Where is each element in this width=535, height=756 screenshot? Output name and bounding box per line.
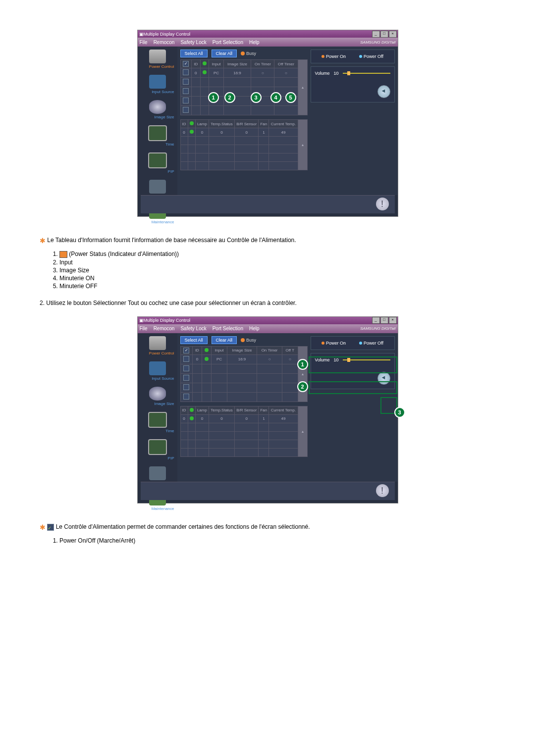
select-all-button[interactable]: Select All [180,50,208,57]
close-button[interactable]: × [389,31,397,38]
sidebar-item-input[interactable]: Input Source [138,358,177,384]
time-icon [148,412,167,428]
table-row[interactable]: 0 0 0 0 1 49 [180,414,307,423]
col-id: ID [180,406,188,414]
maximize-button[interactable]: □ [380,317,388,324]
sidebar-item-pip[interactable]: PIP [138,150,177,177]
scrollbar[interactable]: ▴ [298,120,307,170]
table-row[interactable]: 0 0 0 0 1 49 [180,128,307,137]
header-checkbox[interactable] [183,348,189,353]
row-checkbox[interactable] [183,394,189,400]
power-indicator-icon [59,251,67,258]
star-bullet-icon: ✱ [40,523,46,531]
menu-file[interactable]: File [140,326,148,331]
volume-slider[interactable] [343,73,390,74]
sidebar-item-time[interactable]: Time [138,122,177,150]
col-input: Input [212,346,227,354]
col-fan: Fan [259,120,269,128]
menu-port[interactable]: Port Selection [213,40,243,45]
callout-3: 3 [394,407,405,418]
row-checkbox[interactable] [183,375,189,381]
control-panel: Power On Power Off Volume 10 [311,50,395,192]
clear-all-button[interactable]: Clear All [212,50,237,57]
alert-icon: ! [376,484,389,497]
power-led-icon [190,121,194,125]
menu-help[interactable]: Help [249,326,260,331]
doc-line: Le Contrôle d'Alimentation permet de com… [56,523,310,530]
mdc-window-1: ▣ Multiple Display Control _ □ × File Re… [137,30,398,217]
callout-2: 2 [297,381,308,392]
sidebar-item-power[interactable]: Power Control [138,47,177,72]
callout-4: 4 [270,92,281,103]
col-imagesize: Image Size [227,346,257,354]
col-br: B/R Sensor [235,120,259,128]
busy-indicator: Busy [241,338,256,343]
brand-label: SAMSUNG DIGITall [360,40,395,45]
maximize-button[interactable]: □ [380,31,388,38]
close-button[interactable]: × [389,317,397,324]
power-off-button[interactable]: Power Off [359,341,383,346]
callout-box-1 [309,356,397,373]
row-checkbox[interactable] [183,79,189,85]
power-icon [149,50,166,63]
col-id: ID [180,120,188,128]
doc-li-3: Image Size [59,267,505,274]
power-led-icon [190,130,194,134]
info-table-2: ID Lamp Temp.Status B/R Sensor Fan Curre… [180,119,308,170]
menu-safety[interactable]: Safety Lock [180,326,206,331]
menu-remocon[interactable]: Remocon [154,326,175,331]
col-offtimer: Off Timer [274,60,298,68]
mute-icon[interactable] [377,85,390,98]
pip-icon [148,439,167,455]
power-off-button[interactable]: Power Off [359,54,383,59]
row-checkbox[interactable] [183,98,189,103]
col-ontimer: On Timer [251,60,274,68]
row-checkbox[interactable] [183,384,189,390]
scrollbar[interactable]: ▴ [298,60,307,115]
info-table-2: ID Lamp Temp.Status B/R Sensor Fan Curre… [180,406,308,457]
callout-box-2 [309,381,397,394]
time-icon [148,125,167,141]
sidebar-item-input[interactable]: Input Source [138,72,177,97]
menu-safety[interactable]: Safety Lock [180,40,206,45]
power-on-button[interactable]: Power On [321,341,346,346]
row-checkbox[interactable] [183,365,189,371]
menu-help[interactable]: Help [249,40,260,45]
menu-file[interactable]: File [140,40,148,45]
col-offtimer: Off T [282,346,298,354]
select-all-button[interactable]: Select All [180,336,208,344]
menu-port[interactable]: Port Selection [213,326,243,331]
sidebar: Power Control Input Source Image Size Ti… [138,47,177,195]
table-row[interactable]: 0 PC 16:9 ○○ [180,354,307,364]
settings-icon [149,180,166,194]
sidebar-item-image[interactable]: Image Size [138,384,177,409]
minimize-button[interactable]: _ [372,31,380,38]
sidebar-item-pip[interactable]: PIP [138,436,177,463]
doc-li-5: Minuterie OFF [59,283,505,290]
row-checkbox[interactable] [183,88,189,94]
row-checkbox[interactable] [183,356,189,362]
scrollbar[interactable]: ▴ [298,346,307,402]
sidebar-item-time[interactable]: Time [138,409,177,436]
info-table-1: ID Input Image Size On Timer Off T ▴ 0 P… [180,346,308,402]
table-row[interactable]: 0 PC 16:9 ○○ [180,68,307,78]
callout-2: 2 [224,92,235,103]
alert-icon: ! [376,198,389,210]
power-on-button[interactable]: Power On [321,54,346,59]
power-led-icon [190,416,194,420]
clear-all-button[interactable]: Clear All [212,336,237,344]
sidebar-item-image[interactable]: Image Size [138,97,177,122]
sidebar-item-power[interactable]: Power Control [138,333,177,358]
minimize-button[interactable]: _ [372,317,380,324]
row-checkbox[interactable] [183,107,189,113]
header-checkbox[interactable] [183,61,189,67]
row-checkbox[interactable] [183,69,189,75]
col-br: B/R Sensor [235,406,259,414]
col-lamp: Lamp [195,406,209,414]
col-temp: Temp.Status [209,406,235,414]
input-icon [149,75,166,89]
scrollbar[interactable]: ▴ [298,406,307,456]
menu-remocon[interactable]: Remocon [154,40,175,45]
doc-li-1: Power On/Off (Marche/Arrêt) [59,537,505,544]
statusbar: ! [141,482,395,500]
